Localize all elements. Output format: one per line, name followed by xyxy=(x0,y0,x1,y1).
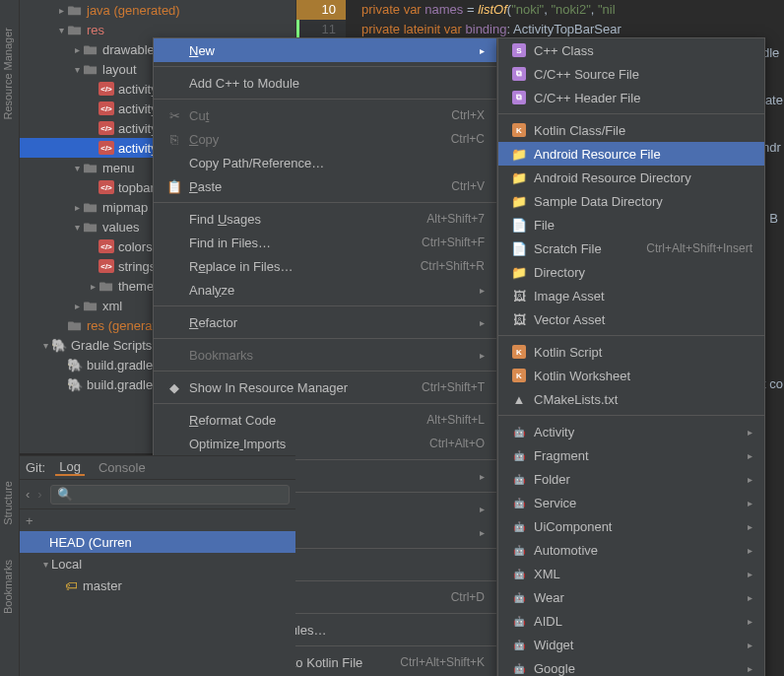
menu-item-file[interactable]: 📄File xyxy=(498,213,764,237)
cut-icon: ✂ xyxy=(165,107,183,123)
code-line[interactable]: private lateinit var binding: ActivityTo… xyxy=(346,20,784,39)
git-local-row[interactable]: ▾ Local xyxy=(20,553,295,575)
folder-icon xyxy=(67,23,83,36)
git-toolbar: ‹ › 🔍 xyxy=(20,480,295,509)
menu-item-activity[interactable]: 🤖Activity▸ xyxy=(498,420,764,443)
menu-item-analyze[interactable]: Analyze▸ xyxy=(154,278,496,302)
menu-item-copy: ⎘CopyCtrl+C xyxy=(154,127,496,151)
menu-label: Google xyxy=(534,661,740,676)
menu-item-wear[interactable]: 🤖Wear▸ xyxy=(498,585,764,609)
menu-label: File xyxy=(534,218,752,233)
git-label: Git: xyxy=(26,460,45,475)
blank-icon xyxy=(165,211,183,227)
menu-item-find-usages[interactable]: Find UsagesAlt+Shift+7 xyxy=(154,207,496,231)
blank-icon xyxy=(165,347,183,363)
menu-label: Widget xyxy=(534,638,740,652)
menu-item-paste[interactable]: 📋PasteCtrl+V xyxy=(154,174,496,198)
blank-icon xyxy=(165,235,183,250)
menu-shortcut: Ctrl+Alt+Shift+Insert xyxy=(646,241,752,255)
menu-item-uicomponent[interactable]: 🤖UiComponent▸ xyxy=(498,514,764,538)
k-orange-icon: K xyxy=(510,368,528,383)
blank-icon xyxy=(165,282,183,298)
forward-icon[interactable]: › xyxy=(37,487,41,502)
git-head-row[interactable]: HEAD (Curren xyxy=(20,531,295,553)
git-search-input[interactable]: 🔍 xyxy=(50,485,290,505)
android-icon: 🤖 xyxy=(510,613,528,629)
menu-shortcut: Ctrl+V xyxy=(451,179,485,193)
menu-item-c-class[interactable]: SC++ Class xyxy=(498,38,764,62)
menu-item-google[interactable]: 🤖Google▸ xyxy=(498,656,764,676)
menu-label: Paste xyxy=(189,179,451,194)
menu-label: XML xyxy=(534,567,740,581)
folder-icon xyxy=(83,220,98,234)
menu-item-widget[interactable]: 🤖Widget▸ xyxy=(498,633,764,656)
menu-item-sample-data-directory[interactable]: 📁Sample Data Directory xyxy=(498,189,764,213)
menu-label: Copy Path/Reference… xyxy=(189,156,485,170)
git-sidebar-btns: + xyxy=(20,509,295,531)
menu-item-android-resource-directory[interactable]: 📁Android Resource Directory xyxy=(498,166,764,189)
chevron-icon: ▾ xyxy=(71,222,83,233)
menu-label: Wear xyxy=(534,590,740,605)
file-icon: 📄 xyxy=(510,240,528,256)
menu-item-replace-in-files[interactable]: Replace in Files…Ctrl+Shift+R xyxy=(154,254,496,278)
code-area[interactable]: private var names = listOf("noki", "noki… xyxy=(346,0,784,39)
img-icon: 🖼 xyxy=(510,288,528,304)
code-line[interactable]: private var names = listOf("noki", "noki… xyxy=(346,0,784,20)
menu-label: Folder xyxy=(534,472,740,487)
menu-item-fragment[interactable]: 🤖Fragment▸ xyxy=(498,443,764,467)
menu-item-service[interactable]: 🤖Service▸ xyxy=(498,491,764,514)
folder-icon xyxy=(67,3,83,17)
android-icon: 🤖 xyxy=(510,660,528,676)
tab-log[interactable]: Log xyxy=(55,459,85,476)
menu-item-c-c-header-file[interactable]: ⧉C/C++ Header File xyxy=(498,86,764,109)
menu-item-kotlin-worksheet[interactable]: KKotlin Worksheet xyxy=(498,364,764,387)
menu-item-directory[interactable]: 📁Directory xyxy=(498,260,764,284)
menu-item-c-c-source-file[interactable]: ⧉C/C++ Source File xyxy=(498,62,764,86)
tab-console[interactable]: Console xyxy=(95,460,150,475)
menu-separator xyxy=(498,415,764,416)
menu-item-xml[interactable]: 🤖XML▸ xyxy=(498,562,764,585)
left-tool-rail: Resource Manager Structure Bookmarks xyxy=(0,0,20,676)
menu-item-folder[interactable]: 🤖Folder▸ xyxy=(498,467,764,491)
folder-icon: 📁 xyxy=(510,146,528,162)
menu-label: Show In Resource Manager xyxy=(189,380,422,395)
paste-icon: 📋 xyxy=(165,178,183,194)
menu-item-find-in-files[interactable]: Find in Files…Ctrl+Shift+F xyxy=(154,231,496,254)
tab-resource-manager[interactable]: Resource Manager xyxy=(0,20,16,128)
blank-icon xyxy=(165,155,183,170)
menu-label: AIDL xyxy=(534,614,740,629)
menu-item-cmakelists-txt[interactable]: ▲CMakeLists.txt xyxy=(498,387,764,411)
xml-file-icon: </> xyxy=(98,239,114,253)
menu-item-copy-path-reference[interactable]: Copy Path/Reference… xyxy=(154,151,496,174)
menu-item-add-c-to-module[interactable]: Add C++ to Module xyxy=(154,71,496,95)
menu-item-automotive[interactable]: 🤖Automotive▸ xyxy=(498,538,764,562)
menu-item-reformat-code[interactable]: Reformat CodeAlt+Shift+L xyxy=(154,408,496,432)
menu-item-android-resource-file[interactable]: 📁Android Resource File xyxy=(498,142,764,166)
tree-row[interactable]: ▾res xyxy=(20,20,295,39)
tab-bookmarks[interactable]: Bookmarks xyxy=(0,552,16,622)
menu-label: Service xyxy=(534,496,740,510)
menu-item-vector-asset[interactable]: 🖼Vector Asset xyxy=(498,307,764,331)
tab-structure[interactable]: Structure xyxy=(0,473,16,533)
menu-item-kotlin-class-file[interactable]: KKotlin Class/File xyxy=(498,118,764,142)
menu-item-image-asset[interactable]: 🖼Image Asset xyxy=(498,284,764,307)
tree-row[interactable]: ▸java (generated) xyxy=(20,0,295,20)
add-icon[interactable]: + xyxy=(26,513,33,528)
tree-label: values xyxy=(102,220,140,235)
git-branch-row[interactable]: 🏷 master xyxy=(20,575,295,596)
chevron-right-icon: ▸ xyxy=(480,471,485,482)
menu-item-aidl[interactable]: 🤖AIDL▸ xyxy=(498,609,764,633)
blank-icon xyxy=(165,75,183,91)
menu-item-kotlin-script[interactable]: KKotlin Script xyxy=(498,340,764,364)
chevron-icon: ▸ xyxy=(71,301,83,311)
back-icon[interactable]: ‹ xyxy=(26,487,30,502)
chevron-right-icon: ▸ xyxy=(748,663,752,674)
menu-item-refactor[interactable]: Refactor▸ xyxy=(154,310,496,334)
tree-label: layout xyxy=(102,62,137,77)
menu-item-optimize-imports[interactable]: Optimize ImportsCtrl+Alt+O xyxy=(154,432,496,455)
menu-item-new[interactable]: New▸ xyxy=(154,38,496,62)
file-blue-icon: ⧉ xyxy=(510,90,528,105)
menu-item-show-in-resource-manager[interactable]: ◆Show In Resource ManagerCtrl+Shift+T xyxy=(154,375,496,399)
s-purple-icon: S xyxy=(510,42,528,58)
menu-item-scratch-file[interactable]: 📄Scratch FileCtrl+Alt+Shift+Insert xyxy=(498,237,764,260)
